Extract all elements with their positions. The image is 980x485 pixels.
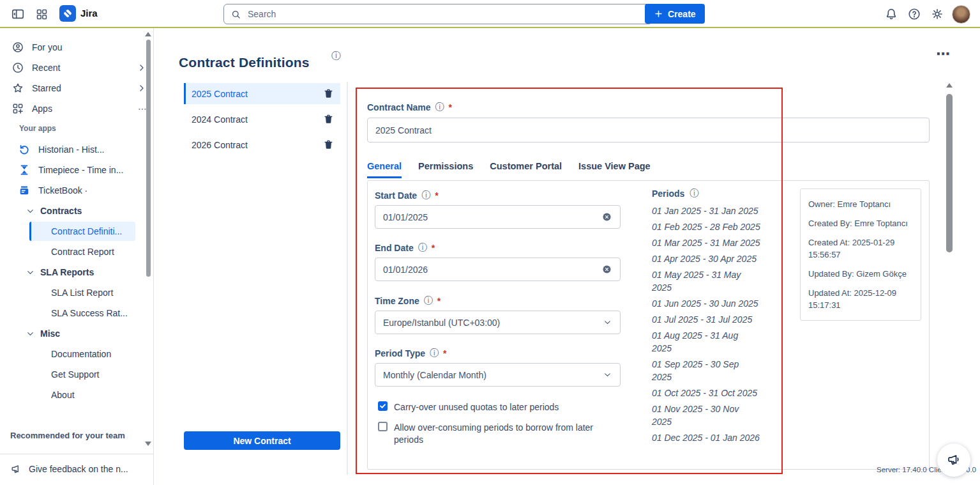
page-more-button[interactable]: ⋯ [936, 46, 951, 62]
chevron-down-icon [26, 329, 35, 339]
contract-list-item[interactable]: 2024 Contract [184, 109, 340, 130]
more-icon[interactable]: ⋯ [138, 104, 147, 114]
periods-label: Periodsⓘ [652, 188, 760, 199]
trash-icon[interactable] [323, 139, 334, 150]
feedback-label: Give feedback on the n... [29, 464, 128, 474]
info-icon[interactable]: ⓘ [435, 102, 444, 113]
sidebar-item-contract-definitions[interactable]: Contract Definiti... [29, 222, 135, 241]
contract-name-input[interactable]: 2025 Contract [367, 118, 930, 142]
sidebar-item-label: For you [32, 42, 147, 52]
tab-general[interactable]: General [367, 161, 402, 178]
sidebar-scroll-down[interactable] [145, 442, 151, 446]
chevron-right-icon [137, 63, 147, 73]
period-type-select[interactable]: Monthly (Calendar Month) [375, 363, 621, 387]
trash-icon[interactable] [323, 114, 334, 125]
help-icon[interactable] [907, 6, 922, 22]
trash-icon[interactable] [323, 88, 334, 99]
contract-label: 2026 Contract [192, 140, 323, 150]
contract-list-item[interactable]: 2025 Contract [184, 83, 340, 104]
sidebar-item-apps[interactable]: Apps ⋯ [6, 99, 152, 118]
sidebar-scroll-up[interactable] [145, 32, 151, 36]
info-icon[interactable]: ⓘ [421, 190, 430, 201]
tab-issue-view-page[interactable]: Issue View Page [578, 161, 651, 178]
sidebar-item-sla-list-report[interactable]: SLA List Report [29, 283, 135, 302]
sidebar-app-timepiece[interactable]: Timepiece - Time in... [13, 160, 152, 180]
borrow-checkbox-row: Allow over-consuming periods to borrow f… [378, 422, 617, 446]
sidebar-app-ticketbook[interactable]: TicketBook · [13, 181, 152, 200]
sidebar-item-for-you[interactable]: For you [6, 38, 152, 57]
info-icon[interactable]: ⓘ [430, 348, 439, 359]
sidebar-item-sla-success-rate[interactable]: SLA Success Rat... [29, 304, 135, 323]
updated-by-line: Updated By: Gizem Gökçe [808, 268, 913, 280]
clear-icon[interactable] [601, 212, 612, 222]
sidebar-item-get-support[interactable]: Get Support [29, 365, 135, 384]
period-item: 01 Dec 2025 - 01 Jan 2026 [652, 431, 760, 444]
sidebar-group-contracts[interactable]: Contracts [26, 201, 142, 220]
checkbox-unchecked[interactable] [378, 422, 388, 431]
sidebar-item-label: Timepiece - Time in... [38, 165, 147, 175]
periods-list: Periodsⓘ 01 Jan 2025 - 31 Jan 2025 01 Fe… [652, 188, 760, 447]
sidebar-item-about[interactable]: About [29, 385, 135, 404]
history-icon [18, 143, 31, 156]
time-zone-select[interactable]: Europe/Istanbul (UTC+03:00) [375, 311, 621, 334]
sidebar-item-label: TicketBook · [38, 185, 147, 196]
main-scroll-up[interactable] [946, 83, 953, 88]
period-item: 01 Jan 2025 - 31 Jan 2025 [652, 204, 760, 217]
sidebar-item-starred[interactable]: Starred [6, 79, 152, 98]
sidebar-item-contract-report[interactable]: Contract Report [29, 242, 135, 261]
sidebar-item-label: Documentation [51, 349, 111, 359]
list-form-divider [347, 82, 348, 475]
jira-logo[interactable] [59, 5, 76, 22]
app-switcher-icon[interactable] [34, 6, 49, 22]
hourglass-icon [18, 164, 31, 176]
contract-name-value: 2025 Contract [375, 125, 921, 135]
search-bar[interactable] [223, 4, 652, 24]
contract-label: 2024 Contract [192, 114, 323, 125]
new-contract-button[interactable]: New Contract [184, 431, 340, 450]
give-feedback-link[interactable]: Give feedback on the n... [10, 460, 144, 478]
required-asterisk: * [443, 348, 446, 358]
owner-line: Owner: Emre Toptancı [808, 198, 913, 210]
period-item: 01 Nov 2025 - 30 Nov 2025 [652, 403, 760, 428]
notifications-icon[interactable] [884, 6, 899, 22]
sidebar-item-recent[interactable]: Recent [6, 58, 152, 77]
search-input[interactable] [246, 8, 645, 20]
main-scrollbar[interactable] [946, 94, 953, 252]
sidebar-item-label: SLA List Report [51, 288, 113, 298]
end-date-label: End Dateⓘ* [375, 242, 435, 254]
end-date-input[interactable]: 01/01/2026 [375, 258, 621, 281]
create-button[interactable]: Create [645, 4, 705, 24]
info-icon[interactable]: ⓘ [418, 242, 427, 254]
period-type-label: Period Typeⓘ* [375, 348, 447, 359]
start-date-input[interactable]: 01/01/2025 [375, 205, 621, 229]
clear-icon[interactable] [601, 264, 612, 275]
megaphone-icon [946, 452, 961, 468]
user-avatar[interactable] [952, 5, 970, 24]
group-label: Contracts [40, 206, 82, 216]
collapse-sidebar-icon[interactable] [10, 6, 26, 22]
tab-permissions[interactable]: Permissions [418, 161, 473, 178]
sidebar-item-documentation[interactable]: Documentation [29, 344, 135, 364]
contract-list-item[interactable]: 2026 Contract [184, 134, 340, 155]
sidebar-scrollbar[interactable] [146, 40, 151, 277]
tab-customer-portal[interactable]: Customer Portal [490, 161, 562, 178]
carry-over-checkbox-row: Carry-over unused quotas to later period… [378, 401, 617, 413]
info-icon[interactable]: ⓘ [690, 188, 698, 199]
sidebar-group-sla-reports[interactable]: SLA Reports [26, 263, 142, 282]
contract-label: 2025 Contract [192, 89, 323, 99]
ticketbook-icon [18, 184, 31, 197]
info-icon[interactable]: ⓘ [424, 295, 433, 307]
group-label: Misc [40, 328, 60, 339]
checkbox-checked[interactable] [378, 401, 388, 411]
period-item: 01 Jul 2025 - 31 Jul 2025 [652, 313, 760, 326]
sidebar-app-historian[interactable]: Historian - Hist... [13, 140, 152, 159]
page-info-icon[interactable]: ⓘ [331, 50, 341, 62]
feedback-float-button[interactable] [937, 443, 970, 477]
sidebar-group-misc[interactable]: Misc [26, 324, 142, 343]
app-window: Jira Create For you Recent [0, 0, 980, 485]
settings-gear-icon[interactable] [930, 6, 945, 22]
chevron-down-icon [26, 206, 35, 216]
page-title: Contract Definitions [179, 55, 310, 70]
chevron-right-icon [137, 83, 147, 93]
start-date-label: Start Dateⓘ* [375, 190, 439, 201]
